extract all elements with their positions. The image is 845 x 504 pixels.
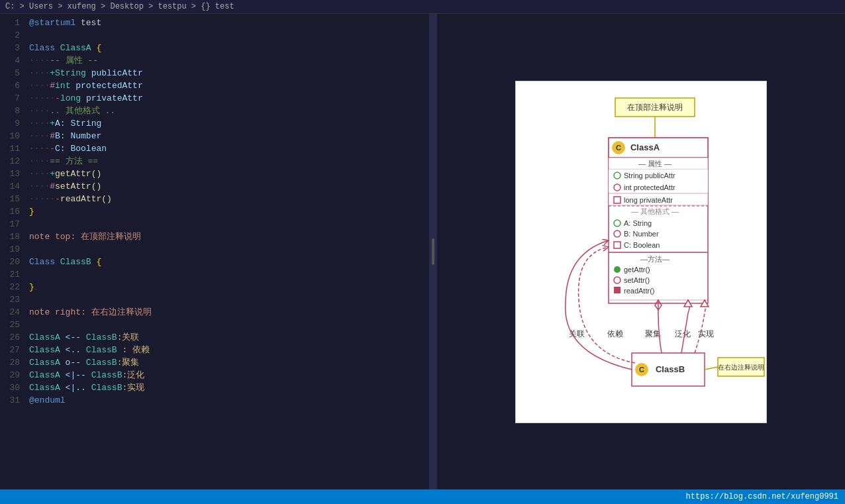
main-area: 1234567891011121314151617181920212223242… (0, 14, 845, 489)
svg-text:A: String: A: String (624, 219, 652, 227)
preview-panel: 在顶部注释说明 C ClassA — 属性 — String publicAtt… (437, 14, 845, 489)
svg-text:泛化: 泛化 (675, 329, 691, 338)
svg-text:在顶部注释说明: 在顶部注释说明 (627, 103, 683, 112)
svg-text:关联: 关联 (569, 329, 585, 338)
svg-text:—方法—: —方法— (640, 255, 670, 263)
svg-text:实现: 实现 (698, 329, 714, 338)
svg-line-47 (705, 367, 718, 370)
line-numbers: 1234567891011121314151617181920212223242… (0, 14, 24, 489)
svg-text:依赖: 依赖 (607, 329, 623, 338)
panel-divider[interactable] (429, 14, 437, 489)
svg-text:C: C (616, 144, 621, 152)
svg-text:readAttr(): readAttr() (624, 287, 654, 295)
svg-text:ClassB: ClassB (656, 364, 685, 374)
svg-text:getAttr(): getAttr() (624, 266, 650, 274)
svg-text:ClassA: ClassA (630, 142, 660, 152)
svg-text:long privateAttr: long privateAttr (624, 196, 673, 204)
breadcrumb: C: > Users > xufeng > Desktop > testpu >… (0, 0, 845, 14)
svg-text:int protectedAttr: int protectedAttr (624, 183, 675, 191)
status-bar: https://blog.csdn.net/xufeng0991 (0, 489, 845, 504)
status-url: https://blog.csdn.net/xufeng0991 (686, 492, 838, 501)
uml-svg: 在顶部注释说明 C ClassA — 属性 — String publicAtt… (529, 95, 768, 406)
svg-text:C: C (639, 366, 644, 374)
code-editor: 1234567891011121314151617181920212223242… (0, 14, 429, 489)
uml-diagram: 在顶部注释说明 C ClassA — 属性 — String publicAtt… (515, 81, 767, 423)
code-content[interactable]: @startuml test Class ClassA {····-- 属性 -… (24, 14, 429, 489)
svg-text:String publicAttr: String publicAttr (624, 172, 675, 179)
svg-point-29 (614, 266, 621, 273)
divider-handle (432, 238, 434, 265)
svg-text:B: Number: B: Number (624, 230, 659, 238)
svg-text:C: Boolean: C: Boolean (624, 241, 660, 249)
svg-text:— 其他格式 —: — 其他格式 — (631, 207, 679, 215)
svg-rect-33 (614, 287, 621, 293)
svg-text:在右边注释说明: 在右边注释说明 (718, 364, 764, 371)
code-editor-panel: 1234567891011121314151617181920212223242… (0, 14, 429, 489)
svg-text:— 属性 —: — 属性 — (638, 160, 671, 168)
svg-text:setAttr(): setAttr() (624, 276, 650, 284)
